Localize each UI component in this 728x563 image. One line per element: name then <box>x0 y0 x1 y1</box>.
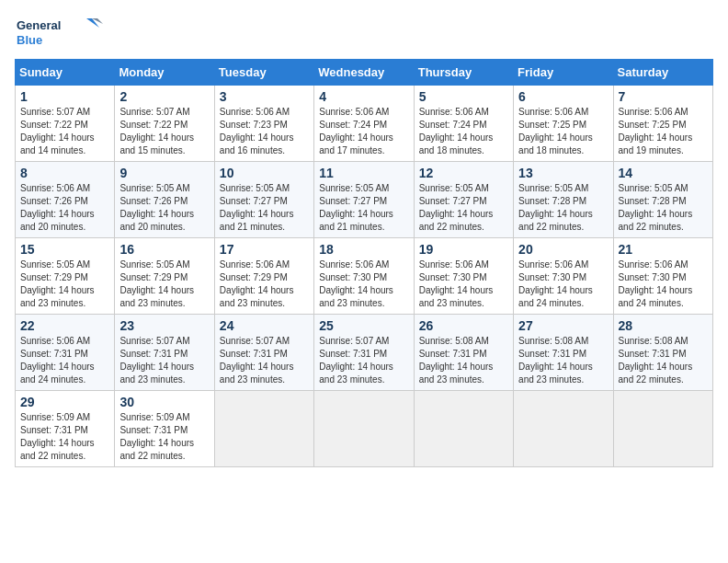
day-number: 4 <box>319 89 408 104</box>
calendar-cell: 24 Sunrise: 5:07 AM Sunset: 7:31 PM Dayl… <box>214 315 313 391</box>
calendar-cell: 16 Sunrise: 5:05 AM Sunset: 7:29 PM Dayl… <box>115 238 214 315</box>
day-info: Sunrise: 5:06 AM Sunset: 7:25 PM Dayligh… <box>518 106 608 157</box>
day-info: Sunrise: 5:06 AM Sunset: 7:30 PM Dayligh… <box>518 259 608 310</box>
day-info: Sunrise: 5:07 AM Sunset: 7:22 PM Dayligh… <box>119 106 209 157</box>
calendar-cell <box>613 391 712 467</box>
day-number: 23 <box>119 318 209 333</box>
calendar-cell: 11 Sunrise: 5:05 AM Sunset: 7:27 PM Dayl… <box>314 162 414 238</box>
day-info: Sunrise: 5:05 AM Sunset: 7:29 PM Dayligh… <box>119 259 209 310</box>
day-number: 12 <box>419 166 508 180</box>
calendar-cell: 2 Sunrise: 5:07 AM Sunset: 7:22 PM Dayli… <box>115 86 214 162</box>
calendar-cell: 1 Sunrise: 5:07 AM Sunset: 7:22 PM Dayli… <box>16 86 115 162</box>
calendar-week-3: 15 Sunrise: 5:05 AM Sunset: 7:29 PM Dayl… <box>16 238 713 315</box>
calendar-cell <box>514 391 613 467</box>
calendar-cell <box>414 391 513 467</box>
day-info: Sunrise: 5:05 AM Sunset: 7:29 PM Dayligh… <box>20 259 109 310</box>
day-number: 19 <box>419 242 508 257</box>
day-info: Sunrise: 5:07 AM Sunset: 7:31 PM Dayligh… <box>319 335 408 386</box>
day-number: 10 <box>220 166 309 180</box>
day-number: 9 <box>119 166 209 180</box>
day-number: 18 <box>319 242 408 257</box>
day-info: Sunrise: 5:06 AM Sunset: 7:24 PM Dayligh… <box>419 106 508 157</box>
day-info: Sunrise: 5:07 AM Sunset: 7:31 PM Dayligh… <box>119 335 209 386</box>
day-number: 15 <box>20 242 109 257</box>
day-info: Sunrise: 5:06 AM Sunset: 7:23 PM Dayligh… <box>220 106 309 157</box>
calendar-cell: 20 Sunrise: 5:06 AM Sunset: 7:30 PM Dayl… <box>514 238 613 315</box>
day-info: Sunrise: 5:05 AM Sunset: 7:27 PM Dayligh… <box>319 182 408 234</box>
day-info: Sunrise: 5:07 AM Sunset: 7:31 PM Dayligh… <box>220 335 309 386</box>
weekday-header-saturday: Saturday <box>613 60 712 86</box>
day-info: Sunrise: 5:06 AM Sunset: 7:30 PM Dayligh… <box>319 259 408 310</box>
svg-text:Blue: Blue <box>17 33 42 47</box>
day-info: Sunrise: 5:08 AM Sunset: 7:31 PM Dayligh… <box>518 335 608 386</box>
day-number: 28 <box>619 318 708 333</box>
calendar-cell: 7 Sunrise: 5:06 AM Sunset: 7:25 PM Dayli… <box>613 86 712 162</box>
calendar-week-2: 8 Sunrise: 5:06 AM Sunset: 7:26 PM Dayli… <box>16 162 713 238</box>
calendar-cell: 14 Sunrise: 5:05 AM Sunset: 7:28 PM Dayl… <box>613 162 712 238</box>
day-info: Sunrise: 5:09 AM Sunset: 7:31 PM Dayligh… <box>119 411 209 463</box>
weekday-header-monday: Monday <box>115 60 214 86</box>
day-number: 25 <box>319 318 408 333</box>
day-number: 16 <box>119 242 209 257</box>
calendar-week-4: 22 Sunrise: 5:06 AM Sunset: 7:31 PM Dayl… <box>16 315 713 391</box>
day-info: Sunrise: 5:05 AM Sunset: 7:28 PM Dayligh… <box>518 182 608 234</box>
day-info: Sunrise: 5:05 AM Sunset: 7:27 PM Dayligh… <box>220 182 309 234</box>
day-number: 1 <box>20 89 109 104</box>
calendar-cell: 13 Sunrise: 5:05 AM Sunset: 7:28 PM Dayl… <box>514 162 613 238</box>
day-info: Sunrise: 5:05 AM Sunset: 7:28 PM Dayligh… <box>619 182 708 234</box>
calendar-cell: 28 Sunrise: 5:08 AM Sunset: 7:31 PM Dayl… <box>613 315 712 391</box>
calendar-cell: 21 Sunrise: 5:06 AM Sunset: 7:30 PM Dayl… <box>613 238 712 315</box>
day-info: Sunrise: 5:06 AM Sunset: 7:24 PM Dayligh… <box>319 106 408 157</box>
weekday-header-wednesday: Wednesday <box>314 60 414 86</box>
calendar-cell: 27 Sunrise: 5:08 AM Sunset: 7:31 PM Dayl… <box>514 315 613 391</box>
calendar-cell: 6 Sunrise: 5:06 AM Sunset: 7:25 PM Dayli… <box>514 86 613 162</box>
calendar-cell: 23 Sunrise: 5:07 AM Sunset: 7:31 PM Dayl… <box>115 315 214 391</box>
day-info: Sunrise: 5:06 AM Sunset: 7:31 PM Dayligh… <box>20 335 109 386</box>
weekday-header-friday: Friday <box>514 60 613 86</box>
weekday-header-sunday: Sunday <box>16 60 115 86</box>
day-info: Sunrise: 5:06 AM Sunset: 7:26 PM Dayligh… <box>20 182 109 234</box>
calendar-cell: 15 Sunrise: 5:05 AM Sunset: 7:29 PM Dayl… <box>16 238 115 315</box>
calendar-cell: 10 Sunrise: 5:05 AM Sunset: 7:27 PM Dayl… <box>214 162 313 238</box>
day-number: 21 <box>619 242 708 257</box>
day-number: 22 <box>20 318 109 333</box>
day-info: Sunrise: 5:05 AM Sunset: 7:26 PM Dayligh… <box>119 182 209 234</box>
day-info: Sunrise: 5:06 AM Sunset: 7:25 PM Dayligh… <box>619 106 708 157</box>
calendar-cell: 22 Sunrise: 5:06 AM Sunset: 7:31 PM Dayl… <box>16 315 115 391</box>
day-info: Sunrise: 5:08 AM Sunset: 7:31 PM Dayligh… <box>619 335 708 386</box>
day-number: 17 <box>220 242 309 257</box>
calendar-cell: 19 Sunrise: 5:06 AM Sunset: 7:30 PM Dayl… <box>414 238 513 315</box>
day-number: 11 <box>319 166 408 180</box>
calendar: SundayMondayTuesdayWednesdayThursdayFrid… <box>15 59 713 467</box>
calendar-cell: 29 Sunrise: 5:09 AM Sunset: 7:31 PM Dayl… <box>16 391 115 467</box>
day-number: 13 <box>518 166 608 180</box>
svg-text:General: General <box>17 18 61 32</box>
day-info: Sunrise: 5:06 AM Sunset: 7:29 PM Dayligh… <box>220 259 309 310</box>
day-info: Sunrise: 5:06 AM Sunset: 7:30 PM Dayligh… <box>619 259 708 310</box>
day-number: 6 <box>518 89 608 104</box>
day-number: 8 <box>20 166 109 180</box>
day-number: 5 <box>419 89 508 104</box>
day-number: 27 <box>518 318 608 333</box>
calendar-cell: 12 Sunrise: 5:05 AM Sunset: 7:27 PM Dayl… <box>414 162 513 238</box>
weekday-header-tuesday: Tuesday <box>214 60 313 86</box>
calendar-cell: 30 Sunrise: 5:09 AM Sunset: 7:31 PM Dayl… <box>115 391 214 467</box>
day-number: 3 <box>220 89 309 104</box>
calendar-cell: 17 Sunrise: 5:06 AM Sunset: 7:29 PM Dayl… <box>214 238 313 315</box>
calendar-cell: 26 Sunrise: 5:08 AM Sunset: 7:31 PM Dayl… <box>414 315 513 391</box>
logo: General Blue <box>15 15 107 52</box>
weekday-header-thursday: Thursday <box>414 60 513 86</box>
day-number: 26 <box>419 318 508 333</box>
day-number: 14 <box>619 166 708 180</box>
calendar-cell: 4 Sunrise: 5:06 AM Sunset: 7:24 PM Dayli… <box>314 86 414 162</box>
calendar-cell: 18 Sunrise: 5:06 AM Sunset: 7:30 PM Dayl… <box>314 238 414 315</box>
calendar-week-1: 1 Sunrise: 5:07 AM Sunset: 7:22 PM Dayli… <box>16 86 713 162</box>
weekday-header-row: SundayMondayTuesdayWednesdayThursdayFrid… <box>16 60 713 86</box>
day-number: 30 <box>119 395 209 409</box>
day-number: 2 <box>119 89 209 104</box>
day-info: Sunrise: 5:06 AM Sunset: 7:30 PM Dayligh… <box>419 259 508 310</box>
calendar-cell <box>314 391 414 467</box>
calendar-cell: 5 Sunrise: 5:06 AM Sunset: 7:24 PM Dayli… <box>414 86 513 162</box>
day-info: Sunrise: 5:08 AM Sunset: 7:31 PM Dayligh… <box>419 335 508 386</box>
calendar-week-5: 29 Sunrise: 5:09 AM Sunset: 7:31 PM Dayl… <box>16 391 713 467</box>
